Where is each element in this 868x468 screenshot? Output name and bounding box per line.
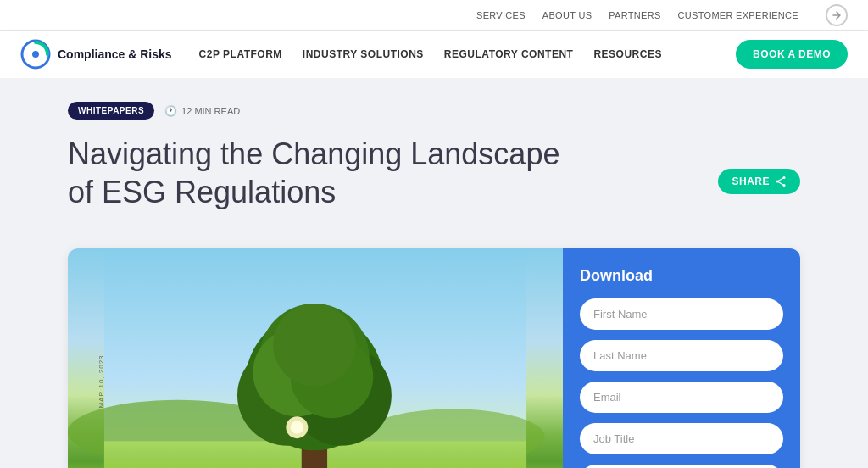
industry-solutions-link[interactable]: INDUSTRY SOLUTIONS	[303, 48, 424, 60]
book-demo-button[interactable]: BOOK A DEMO	[736, 40, 848, 69]
page-title: Navigating the Changing Landscape of ESG…	[68, 135, 576, 211]
job-title-input[interactable]	[580, 423, 783, 454]
read-time-text: 12 MIN READ	[181, 106, 240, 116]
about-us-link[interactable]: ABOUT US	[542, 10, 592, 20]
share-button[interactable]: SHARE	[718, 169, 800, 194]
customer-experience-link[interactable]: CUSTOMER EXPERIENCE	[678, 10, 798, 20]
svg-line-6	[777, 181, 784, 186]
form-section: Download	[563, 248, 800, 468]
nav-arrow-button[interactable]	[826, 4, 848, 26]
top-nav: SERVICES ABOUT US PARTNERS CUSTOMER EXPE…	[0, 0, 868, 31]
partners-link[interactable]: PARTNERS	[609, 10, 660, 20]
c2p-platform-link[interactable]: C2P PLATFORM	[199, 48, 282, 60]
badges-row: WHITEPAPERS 🕐 12 MIN READ	[68, 102, 800, 120]
clock-icon: 🕐	[164, 105, 177, 117]
share-icon	[775, 176, 787, 187]
main-nav-links: C2P PLATFORM INDUSTRY SOLUTIONS REGULATO…	[199, 48, 736, 60]
last-name-input[interactable]	[580, 340, 783, 371]
svg-point-20	[273, 304, 355, 386]
form-title: Download	[580, 267, 783, 285]
svg-point-1	[32, 51, 39, 58]
date-label: MAR 10, 2023	[97, 354, 105, 408]
image-section: MAR 10, 2023	[68, 248, 563, 468]
logo-area[interactable]: Compliance & Risks	[20, 39, 172, 70]
main-nav: Compliance & Risks C2P PLATFORM INDUSTRY…	[0, 31, 868, 78]
email-input[interactable]	[580, 382, 783, 413]
title-row: Navigating the Changing Landscape of ESG…	[68, 135, 800, 228]
regulatory-content-link[interactable]: REGULATORY CONTENT	[444, 48, 574, 60]
share-label: SHARE	[732, 176, 770, 187]
tree-svg	[68, 248, 563, 468]
logo-icon	[20, 39, 51, 70]
logo-text: Compliance & Risks	[58, 47, 172, 61]
read-time-badge: 🕐 12 MIN READ	[164, 105, 240, 117]
svg-line-5	[777, 178, 784, 182]
top-nav-links: SERVICES ABOUT US PARTNERS CUSTOMER EXPE…	[476, 4, 848, 26]
whitepapers-badge: WHITEPAPERS	[68, 102, 154, 120]
card-row: MAR 10, 2023	[68, 248, 800, 468]
company-name-input[interactable]	[580, 465, 783, 468]
first-name-input[interactable]	[580, 298, 783, 330]
tree-image	[68, 248, 563, 468]
resources-link[interactable]: RESOURCES	[593, 48, 662, 60]
svg-point-22	[291, 421, 303, 434]
content-area: WHITEPAPERS 🕐 12 MIN READ Navigating the…	[0, 78, 868, 468]
services-link[interactable]: SERVICES	[476, 10, 526, 20]
